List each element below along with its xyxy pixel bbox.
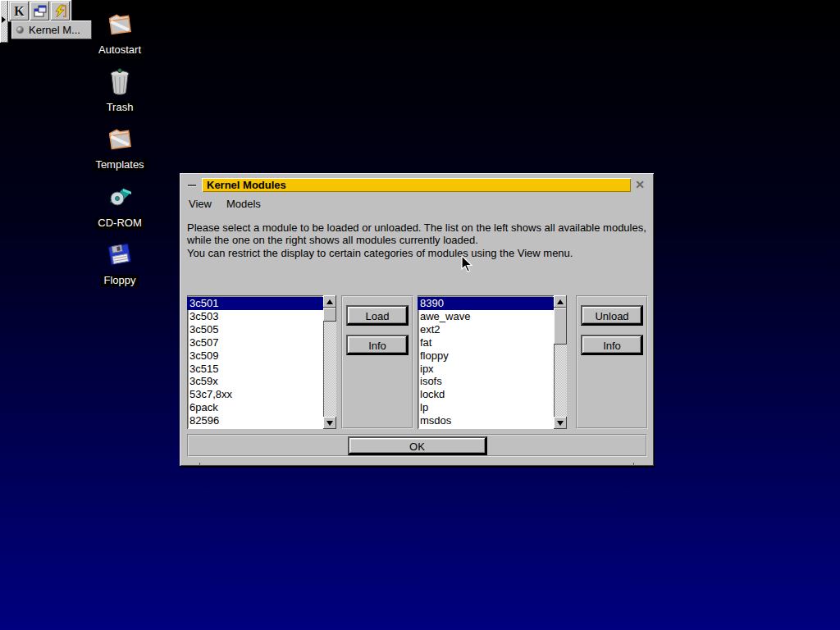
window-title[interactable]: Kernel Modules xyxy=(202,178,631,192)
icon-label: CD-ROM xyxy=(95,217,144,230)
ok-strip: OK xyxy=(187,434,647,457)
list-item[interactable]: 82596 xyxy=(187,414,323,427)
k-logo-icon: K xyxy=(14,4,24,19)
resize-notch xyxy=(199,463,200,466)
logout-button[interactable] xyxy=(51,2,70,21)
menubar: View Models xyxy=(187,195,649,212)
list-item[interactable]: 3c505 xyxy=(187,323,323,336)
scrollbar-thumb[interactable] xyxy=(323,308,336,322)
desktop: { "desktop": { "background_top": "#00000… xyxy=(0,0,840,630)
list-item[interactable]: lp xyxy=(418,401,554,414)
icon-label: Autostart xyxy=(96,44,144,57)
task-led-icon xyxy=(17,27,23,33)
list-item[interactable]: ext2 xyxy=(418,323,554,336)
folder-icon xyxy=(103,124,136,155)
available-modules-listview[interactable]: 3c5013c5033c5053c5073c5093c5153c59x53c7,… xyxy=(187,295,323,429)
desktop-icon-cdrom[interactable]: CD-ROM xyxy=(87,181,153,230)
list-item[interactable]: isofs xyxy=(418,375,554,388)
arrow-up-icon xyxy=(557,299,564,304)
window-list-button[interactable] xyxy=(30,2,49,21)
loaded-scrollbar[interactable] xyxy=(554,295,567,429)
k-menu-button[interactable]: K xyxy=(10,2,29,21)
window-list-icon xyxy=(33,5,48,18)
panel-hide-arrow-icon xyxy=(2,16,6,23)
scroll-down-button[interactable] xyxy=(554,417,567,429)
minimize-icon xyxy=(188,185,196,186)
desktop-icon-trash[interactable]: Trash xyxy=(87,66,153,114)
mouse-cursor xyxy=(461,255,473,273)
description-line: while the one on the right shows all mod… xyxy=(187,234,646,246)
arrow-down-icon xyxy=(557,421,564,426)
close-button[interactable]: ✕ xyxy=(631,178,649,192)
list-item[interactable]: 3c507 xyxy=(187,336,323,349)
list-item[interactable]: 53c7,8xx xyxy=(187,388,323,401)
arrow-down-icon xyxy=(326,421,333,426)
list-item[interactable]: ipx xyxy=(418,363,554,376)
desktop-icon-floppy[interactable]: Floppy xyxy=(87,239,153,287)
menu-view[interactable]: View xyxy=(187,197,213,211)
list-item[interactable]: 3c509 xyxy=(187,349,323,363)
unload-button[interactable]: Unload xyxy=(581,305,643,326)
list-item[interactable]: 3c503 xyxy=(187,310,323,323)
titlebar[interactable]: Kernel Modules ✕ xyxy=(185,177,649,193)
logout-lightning-icon xyxy=(53,4,68,19)
description-line: Please select a module to be loaded or u… xyxy=(187,221,646,234)
scroll-up-button[interactable] xyxy=(323,295,336,308)
kernel-modules-window: Kernel Modules ✕ View Models Please sele… xyxy=(180,173,654,466)
list-item[interactable]: 3c515 xyxy=(187,363,323,376)
trash-icon xyxy=(105,66,135,98)
list-item[interactable]: lockd xyxy=(418,388,554,401)
list-item[interactable]: fat xyxy=(418,336,554,349)
load-button-panel: Load Info xyxy=(341,295,413,429)
scrollbar-thumb[interactable] xyxy=(554,308,567,345)
list-item[interactable]: msdos xyxy=(418,414,554,427)
icon-label: Trash xyxy=(104,102,136,114)
folder-icon xyxy=(103,9,136,40)
list-item[interactable]: floppy xyxy=(418,349,554,363)
list-item[interactable]: 3c501 xyxy=(187,297,323,310)
taskbar-item-kernel-modules[interactable]: Kernel M... xyxy=(11,21,92,39)
scroll-up-button[interactable] xyxy=(554,295,567,308)
info-button-right[interactable]: Info xyxy=(581,335,643,355)
minimize-button[interactable] xyxy=(185,178,199,192)
panel-hide-handle[interactable] xyxy=(0,0,8,43)
arrow-up-icon xyxy=(326,299,333,304)
ok-button[interactable]: OK xyxy=(348,436,487,455)
desktop-icon-templates[interactable]: Templates xyxy=(87,123,153,171)
taskbar-item-label: Kernel M... xyxy=(29,24,80,36)
description-line: You can restrict the display to certain … xyxy=(187,247,646,259)
icon-label: Templates xyxy=(93,159,146,171)
load-button[interactable]: Load xyxy=(346,305,409,326)
floppy-icon xyxy=(103,240,136,270)
list-item[interactable]: 6pack xyxy=(187,401,323,414)
desktop-icon-autostart[interactable]: Autostart xyxy=(87,8,153,57)
cdrom-icon xyxy=(103,182,136,213)
kde-panel: K xyxy=(8,0,72,22)
menu-models[interactable]: Models xyxy=(225,197,262,211)
resize-notch xyxy=(633,463,634,466)
loaded-modules-list: 8390awe_waveext2fatfloppyipxisofslockdlp… xyxy=(418,295,567,429)
list-item[interactable]: 3c59x xyxy=(187,375,323,388)
scroll-down-button[interactable] xyxy=(323,417,336,429)
available-scrollbar[interactable] xyxy=(323,295,336,429)
icon-label: Floppy xyxy=(101,275,138,287)
unload-button-panel: Unload Info xyxy=(576,295,648,429)
info-button-left[interactable]: Info xyxy=(346,335,409,355)
description-text: Please select a module to be loaded or u… xyxy=(187,221,646,259)
loaded-modules-listview[interactable]: 8390awe_waveext2fatfloppyipxisofslockdlp… xyxy=(418,295,554,429)
list-item[interactable]: awe_wave xyxy=(418,310,554,323)
available-modules-list: 3c5013c5033c5053c5073c5093c5153c59x53c7,… xyxy=(187,295,336,429)
list-item[interactable]: 8390 xyxy=(418,297,554,310)
